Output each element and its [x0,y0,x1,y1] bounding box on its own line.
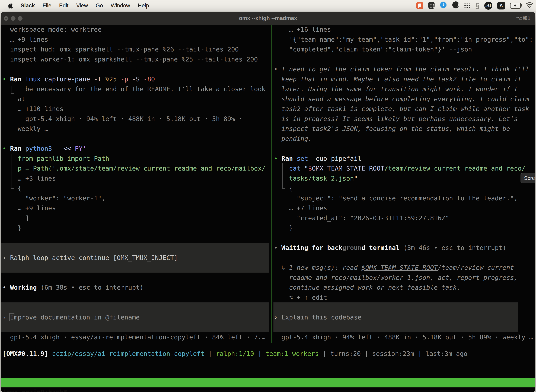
terminal-row [274,303,535,313]
terminal-row: should send a message before completing … [274,94,535,104]
terminal-text: I need to get the claim token from the c… [281,65,529,73]
shield-grid-icon[interactable] [428,2,435,9]
terminal-row: "completed","claim_token":"claim-token"}… [274,44,535,54]
terminal-text: } [2,224,21,232]
terminal-text: | [254,350,266,357]
terminal-row: p = Path('.omx/state/team/review-current… [2,163,272,173]
menu-item-window[interactable]: Window [111,2,130,9]
terminal-text: -80 [144,75,155,83]
squiggle-icon[interactable]: § [475,2,479,9]
terminal-text: inspect task2's JSON, focusing on the st… [274,125,510,132]
terminal-text: %25 [105,75,121,83]
terminal-window: omx --xhigh --madmax ⌥⌘1 workspace_mode:… [1,12,535,392]
terminal-text: • [274,155,281,162]
terminal-text: • [274,65,281,73]
terminal-row [2,263,272,273]
terminal-text [274,175,289,182]
menu-app-name[interactable]: Slack [21,2,35,9]
terminal-text: at [2,95,25,103]
terminal-row [274,253,535,263]
terminal-text: … +110 lines [2,105,63,112]
terminal-row: tasks/task-2.json" [274,173,535,183]
terminal-row: keep that in mind. Maybe I also need the… [274,74,535,84]
terminal-text: ↳ [274,264,289,271]
screen: Slack FileEditViewGoWindowHelp § ..61 A [0,0,536,392]
terminal-text: "subject": "send a concise recommendatio… [274,195,518,202]
terminal-row [274,233,535,243]
crescent-icon[interactable] [452,1,459,10]
window-title-bar[interactable]: omx --xhigh --madmax ⌥⌘1 [1,12,535,25]
menu-item-help[interactable]: Help [138,2,149,9]
terminal-row: } [2,223,272,233]
terminal-row: • Ran set -euo pipefail [274,154,535,164]
terminal-row: • Waiting for background terminal (3m 46… [274,243,535,253]
terminal-text: "worker": "worker-1", [2,195,105,202]
tool-output-connector [282,163,285,189]
terminal-text: … +9 lines [2,205,56,212]
terminal-text: | [414,350,426,357]
chat-badge-icon[interactable] [416,2,423,9]
tmux-status-bar: [omx-cczip0:bash* "MacBook-Pro-44.local"… [1,378,535,387]
pane-divider[interactable] [272,25,272,343]
terminal-text: | [319,350,330,357]
terminal-row: … +9 lines [2,203,272,213]
terminal-text: python3 [25,145,56,152]
blue-bolt-icon[interactable] [440,1,447,10]
terminal-row: • I need to get the claim token from the… [274,64,535,74]
terminal-text: " [354,175,358,182]
letter-a-icon[interactable]: A [497,2,505,9]
terminal-text: task2 after task1 is complete, but can I… [274,105,529,112]
terminal-text: … +7 lines [274,205,327,212]
terminal-text: | [361,350,372,357]
terminal-text: Explain this codebase [281,314,361,321]
terminal-row: … +16 lines [274,25,535,35]
terminal-row: { [274,183,535,193]
terminal-row: is in progress? It seems likely but perh… [274,114,535,124]
terminal-text: is in progress? It seems likely but perh… [274,115,518,122]
terminal-text: Ran [10,145,25,152]
terminal-row: ] [2,213,272,223]
terminal-text: ralph:1/10 [216,350,254,357]
terminal-text: OMX_TEAM_STATE_ROOT [312,165,384,172]
terminal-text: "completed","claim_token":"claim-token"}… [274,46,472,53]
terminal-text: - [56,145,63,152]
menu-item-edit[interactable]: Edit [59,2,68,9]
terminal-text: weekly … [2,125,48,132]
terminal-text: ⌥ + ↑ edit [274,294,327,301]
wifi-icon[interactable] [526,2,534,9]
terminal-row: › Ralph loop active continue [OMX_TMUX_I… [2,253,272,263]
menu-bar: Slack FileEditViewGoWindowHelp § ..61 A [0,0,536,11]
terminal-text: [OMX#0.11.9] [2,350,52,357]
terminal-row [274,54,535,65]
terminal-row: gpt-5.4 xhigh · 94% left · 488K in · 5.1… [2,114,272,124]
dots-grid-dots [464,3,466,4]
terminal-row: cat "$OMX_TEAM_STATE_ROOT/team/review-cu… [274,163,535,173]
battery-nub [521,5,522,6]
menu-item-view[interactable]: View [76,2,88,9]
menu-item-file[interactable]: File [43,2,51,9]
terminal-row: "subject": "send a concise recommendatio… [274,193,535,203]
apple-logo-icon[interactable] [9,3,13,9]
menu-item-go[interactable]: Go [96,2,103,9]
dots-grid-icon[interactable] [464,3,470,9]
terminal-row: readme-and-reco/mailbox/worker-1.json, a… [274,273,535,283]
tool-output-connector [11,154,14,189]
terminal-row [2,134,272,144]
badge-61-icon[interactable]: ..61 [484,2,492,10]
terminal-text: d terminal [362,244,403,251]
terminal-text: I [10,314,14,321]
terminal-row: … +3 lines [2,173,272,183]
terminal-row: at [2,94,272,104]
terminal-text: session:23m [372,350,414,357]
terminal-text: › [274,314,281,321]
terminal-text: << [63,145,71,152]
terminal-row: pending. [274,134,535,144]
terminal-row [2,233,272,243]
terminal-text: last:3m ago [426,350,467,357]
terminal-text: continue assigned work or next feasible … [274,284,460,291]
terminal-row: continue assigned work or next feasible … [274,283,535,293]
menu-items: Slack FileEditViewGoWindowHelp [21,2,149,9]
battery-icon[interactable] [510,3,521,9]
terminal-row [2,293,272,303]
terminal-row: • Ran python3 - <<'PY' [2,144,272,154]
